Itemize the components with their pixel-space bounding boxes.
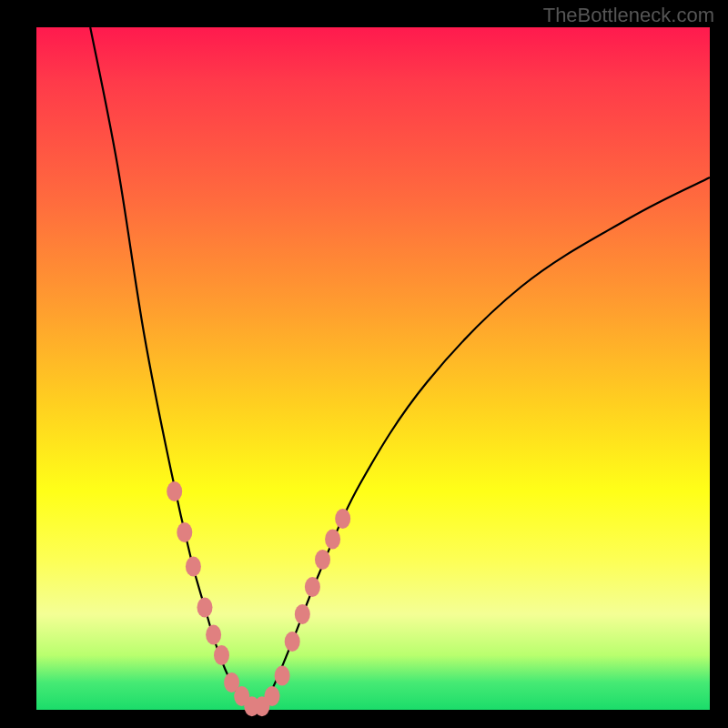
left-branch-curve [90,27,252,710]
chart-container: TheBottleneck.com [0,0,728,728]
marker-bead [275,666,290,686]
marker-beads [167,481,350,716]
watermark-text: TheBottleneck.com [543,4,714,27]
marker-bead [295,604,310,624]
marker-bead [167,481,182,501]
marker-bead [186,557,201,577]
right-branch-curve [258,177,710,710]
marker-bead [285,632,300,652]
marker-bead [325,530,340,550]
marker-bead [265,686,280,706]
marker-bead [315,550,330,570]
plot-area [36,27,710,710]
marker-bead [206,625,221,645]
marker-bead [197,598,213,618]
marker-bead [305,577,320,597]
curve-svg [36,27,710,710]
marker-bead [335,509,350,529]
marker-bead [177,522,192,542]
marker-bead [214,645,229,665]
